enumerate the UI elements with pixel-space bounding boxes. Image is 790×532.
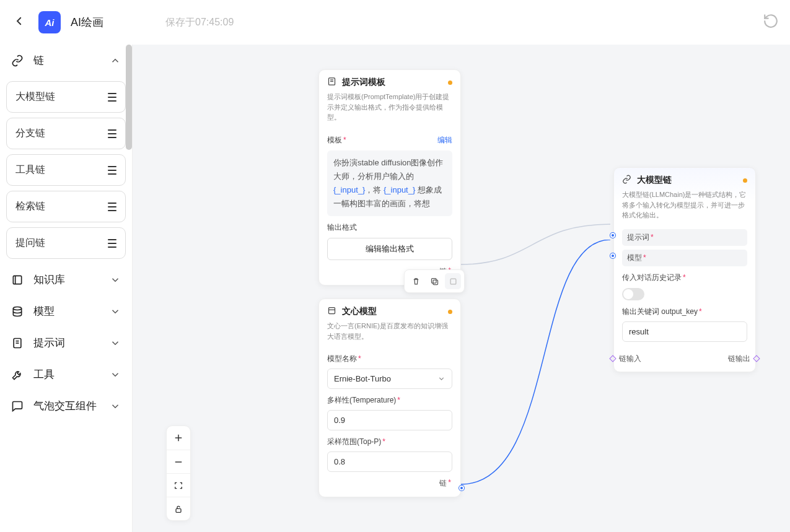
duplicate-button[interactable] bbox=[426, 273, 442, 289]
chevron-down-icon bbox=[437, 375, 445, 383]
svg-point-1 bbox=[13, 307, 21, 310]
stack-icon bbox=[11, 274, 25, 286]
sidebar-section-model[interactable]: 模型 bbox=[0, 295, 132, 327]
link-icon bbox=[622, 175, 632, 186]
zoom-controls bbox=[166, 425, 191, 521]
model-icon bbox=[327, 306, 337, 317]
document-icon bbox=[11, 337, 25, 349]
field-label-topp: 采样范围(Top-P) bbox=[327, 437, 381, 446]
chain-item-ask[interactable]: 提问链 bbox=[6, 227, 126, 259]
section-label: 提示词 bbox=[33, 336, 110, 350]
temperature-input[interactable] bbox=[327, 410, 452, 430]
chain-in-label: 链输入 bbox=[619, 354, 641, 364]
drag-handle-icon bbox=[108, 239, 116, 248]
item-label: 提问链 bbox=[15, 237, 45, 250]
chain-item-branch[interactable]: 分支链 bbox=[6, 118, 126, 149]
zoom-out-button[interactable] bbox=[167, 450, 190, 473]
field-label-output-format: 输出格式 bbox=[327, 222, 357, 233]
template-icon bbox=[327, 77, 337, 88]
section-label: 工具 bbox=[33, 367, 110, 382]
output-port[interactable] bbox=[459, 486, 464, 491]
field-label-model: 模型 bbox=[627, 253, 642, 262]
status-dot bbox=[448, 310, 452, 314]
scrollbar-thumb[interactable] bbox=[126, 45, 132, 150]
chevron-up-icon bbox=[110, 55, 121, 66]
flow-canvas[interactable]: 提示词模板 提示词模板(PromptTemplate)用于创建提示并定义输出格式… bbox=[133, 45, 790, 532]
select-value: Ernie-Bot-Turbo bbox=[334, 374, 391, 383]
chain-item-retrieval[interactable]: 检索链 bbox=[6, 191, 126, 222]
input-port-model[interactable] bbox=[610, 253, 615, 258]
field-label-temperature: 多样性(Temperature) bbox=[327, 396, 396, 404]
chevron-down-icon bbox=[110, 401, 121, 412]
chevron-down-icon bbox=[110, 338, 121, 349]
section-label: 气泡交互组件 bbox=[33, 399, 110, 413]
back-button[interactable] bbox=[11, 13, 27, 32]
link-icon bbox=[11, 55, 25, 67]
item-label: 大模型链 bbox=[15, 90, 55, 103]
chain-out-port[interactable] bbox=[753, 355, 760, 362]
input-port-prompt[interactable] bbox=[610, 233, 615, 238]
sidebar-section-prompt[interactable]: 提示词 bbox=[0, 327, 132, 359]
topp-input[interactable] bbox=[327, 451, 452, 472]
fit-view-button[interactable] bbox=[167, 473, 190, 497]
node-wenxin-model[interactable]: 文心模型 文心一言(ERNIE)是百度发布的知识增强大语言模型。 模型名称* E… bbox=[318, 299, 461, 497]
wrench-icon bbox=[11, 368, 25, 381]
drag-handle-icon bbox=[108, 129, 116, 138]
node-prompt-template[interactable]: 提示词模板 提示词模板(PromptTemplate)用于创建提示并定义输出格式… bbox=[318, 69, 461, 286]
item-label: 分支链 bbox=[15, 127, 45, 140]
node-toolbar bbox=[404, 269, 465, 293]
node-title: 文心模型 bbox=[342, 306, 448, 317]
svg-rect-11 bbox=[329, 308, 335, 314]
model-select[interactable]: Ernie-Bot-Turbo bbox=[327, 368, 452, 389]
zoom-in-button[interactable] bbox=[167, 426, 190, 450]
sidebar-section-knowledge[interactable]: 知识库 bbox=[0, 264, 132, 295]
sidebar: 链 大模型链 分支链 工具链 检索链 提问链 知识库 bbox=[0, 45, 133, 532]
section-label: 链 bbox=[33, 53, 110, 68]
template-preview[interactable]: 你扮演stable diffusion图像创作大师，分析用户输入的{_input… bbox=[327, 150, 452, 216]
drag-handle-icon bbox=[108, 166, 116, 175]
sidebar-section-bubble[interactable]: 气泡交互组件 bbox=[0, 390, 132, 422]
sidebar-section-tool[interactable]: 工具 bbox=[0, 359, 132, 390]
node-title: 提示词模板 bbox=[342, 77, 448, 88]
field-label-output-key: 输出关键词 output_key bbox=[622, 307, 698, 316]
edit-template-link[interactable]: 编辑 bbox=[437, 135, 452, 146]
svg-rect-0 bbox=[13, 276, 21, 284]
sidebar-section-chain[interactable]: 链 bbox=[0, 45, 132, 76]
chevron-down-icon bbox=[110, 306, 121, 317]
field-label-history: 传入对话历史记录 bbox=[622, 273, 682, 282]
chevron-down-icon bbox=[110, 369, 121, 380]
node-description: 大模型链(LLMChain)是一种链式结构，它将多个输入转化为模型提示，并可进一… bbox=[614, 190, 755, 227]
status-dot bbox=[448, 81, 452, 85]
drag-handle-icon bbox=[108, 93, 116, 102]
undo-button[interactable] bbox=[763, 13, 779, 32]
output-key-input[interactable] bbox=[622, 321, 747, 342]
template-text: ，将 bbox=[365, 185, 384, 194]
delete-button[interactable] bbox=[408, 273, 424, 289]
item-label: 工具链 bbox=[15, 164, 45, 177]
node-description: 提示词模板(PromptTemplate)用于创建提示并定义输出格式，作为指令提… bbox=[319, 92, 460, 129]
collapse-button[interactable] bbox=[445, 273, 461, 289]
history-toggle[interactable] bbox=[622, 288, 644, 300]
chevron-down-icon bbox=[110, 274, 121, 286]
chain-item-tool[interactable]: 工具链 bbox=[6, 154, 126, 186]
chain-in-port[interactable] bbox=[609, 355, 616, 362]
svg-rect-10 bbox=[450, 279, 456, 284]
section-label: 模型 bbox=[33, 304, 110, 318]
drag-handle-icon bbox=[108, 203, 116, 211]
status-dot bbox=[743, 178, 747, 183]
chain-item-llm[interactable]: 大模型链 bbox=[6, 81, 126, 113]
item-label: 检索链 bbox=[15, 200, 45, 213]
app-logo: Ai bbox=[38, 11, 61, 33]
node-description: 文心一言(ERNIE)是百度发布的知识增强大语言模型。 bbox=[319, 321, 460, 347]
field-label-prompt: 提示词 bbox=[627, 233, 649, 242]
edit-output-format-button[interactable]: 编辑输出格式 bbox=[327, 238, 452, 260]
app-title: AI绘画 bbox=[71, 15, 103, 30]
port-label: 链 bbox=[439, 478, 447, 489]
chain-out-label: 链输出 bbox=[728, 354, 750, 364]
field-label-template: 模板 bbox=[327, 136, 342, 144]
chat-icon bbox=[11, 400, 25, 412]
section-label: 知识库 bbox=[33, 273, 110, 287]
node-llm-chain[interactable]: 大模型链 大模型链(LLMChain)是一种链式结构，它将多个输入转化为模型提示… bbox=[613, 167, 756, 372]
database-icon bbox=[11, 305, 25, 318]
lock-button[interactable] bbox=[167, 497, 190, 520]
